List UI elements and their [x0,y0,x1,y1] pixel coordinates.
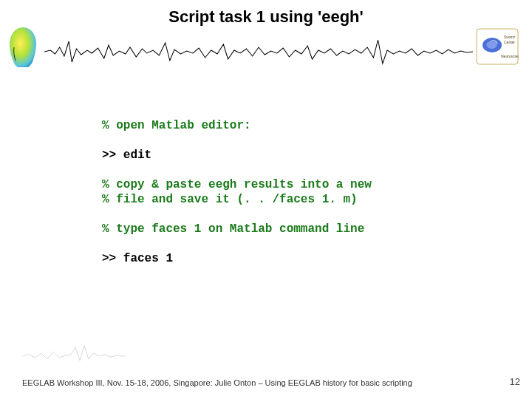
code-block: % open Matlab editor: >> edit % copy & p… [102,118,471,266]
neuroscience-logo-icon: Swartz Center Neuroscience [476,28,519,65]
spacer [102,133,471,148]
faint-waveform-icon [22,338,126,365]
footer-text: EEGLAB Workshop III, Nov. 15-18, 2006, S… [22,378,412,387]
svg-text:Neuroscience: Neuroscience [501,54,519,58]
page-number: 12 [510,376,520,387]
spacer [102,236,471,251]
comment-line: % file and save it (. . /faces 1. m) [102,192,471,207]
eeg-waveform-icon [44,34,473,69]
comment-line: % open Matlab editor: [102,118,471,133]
header-graphics: Swartz Center Neuroscience [0,30,532,89]
spacer [102,207,471,222]
command-line: >> edit [102,148,471,163]
spacer [102,163,471,177]
slide: Script task 1 using 'eegh' [0,0,532,399]
command-line: >> faces 1 [102,251,471,266]
comment-line: % copy & paste eegh results into a new [102,177,471,192]
comment-line: % type faces 1 on Matlab command line [102,222,471,236]
head-model-icon [4,25,41,72]
svg-text:Swartz: Swartz [504,35,516,39]
svg-text:Center: Center [504,40,515,44]
slide-title: Script task 1 using 'eegh' [0,0,532,27]
